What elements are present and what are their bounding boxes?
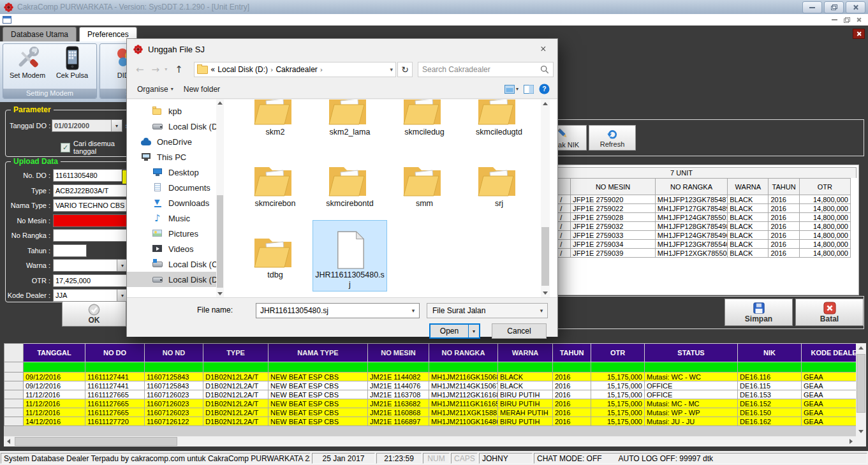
no-mesin-field[interactable] [53,214,128,227]
file-item[interactable]: srj [462,149,536,220]
file-item[interactable]: JHR11611305480.sj [313,220,387,292]
refresh-button[interactable]: Refresh [589,125,636,151]
file-list-scrollbar[interactable] [541,100,550,297]
open-button[interactable]: Open ▾ [429,323,480,339]
sidebar-item[interactable]: Documents [127,180,224,195]
up-arrow-icon[interactable]: ↑ [175,65,183,75]
records-column-header[interactable]: NO DO [85,344,145,362]
row-header-cell[interactable] [4,362,24,373]
sidebar-item[interactable]: OneDrive [127,134,224,149]
row-header-cell[interactable] [4,373,24,381]
unit-table-row[interactable]: / JFP1E 2759020 MH1JFP123GK785487 BLACK … [507,195,851,204]
unit-table-row[interactable]: / JFP1E 2759033 MH1JFP124GK785496 BLACK … [507,231,851,240]
file-item[interactable]: smm [387,149,462,220]
no-rangka-field[interactable] [53,229,128,242]
records-row[interactable]: 11/12/2016 11611127665 11607126023 D1B02… [4,390,857,399]
no-do-field[interactable]: 11611305480 [53,169,128,182]
otr-field[interactable]: 17,425,000 [53,274,128,287]
tab-database-utama[interactable]: Database Utama [3,27,77,41]
records-column-header[interactable]: NIK [738,344,802,362]
unit-table-row[interactable]: / JFP1E 2759039 MH1JFP12XGK785504 BLACK … [507,249,851,258]
sidebar-item[interactable]: Pictures [127,226,224,241]
file-name-combobox[interactable]: JHR11611305480.sj ▾ [256,303,420,318]
records-column-header[interactable]: TAHUN [553,344,591,362]
records-column-header[interactable]: OTR [591,344,645,362]
file-item[interactable]: skmcirebon [238,149,313,220]
breadcrumb-dropdown-icon[interactable]: ▾ [390,66,393,73]
unit-table-row[interactable]: / JFP1E 2759028 MH1JFP124GK785501 BLACK … [507,213,851,222]
records-row[interactable]: 14/12/2016 11611127720 11607126122 D1B02… [4,417,857,426]
forward-arrow-icon[interactable]: → [152,65,160,75]
history-chevron-icon[interactable]: ▾ [165,67,167,72]
tahun-field[interactable] [53,244,87,257]
records-column-header[interactable]: NO ND [145,344,203,362]
row-header-cell[interactable] [4,390,24,399]
records-column-header[interactable]: WARNA [498,344,553,362]
records-column-header[interactable]: TYPE [203,344,268,362]
help-icon[interactable] [539,84,550,94]
preview-pane-icon[interactable] [524,85,534,94]
file-item[interactable]: tdbg [238,220,313,292]
records-column-header[interactable]: NO MESIN [368,344,429,362]
file-item[interactable]: skm2 [238,100,313,149]
file-item[interactable]: skmcirebontd [313,149,387,220]
records-row[interactable]: 11/12/2016 11611127665 11607126023 D1B02… [4,399,857,408]
search-input[interactable] [418,65,540,74]
unit-table-row[interactable]: / JFP1E 2759032 MH1JFP128GK785498 BLACK … [507,222,851,231]
breadcrumb[interactable]: « Local Disk (D:) › Cakradealer › ▾ [194,62,396,77]
sidebar-item[interactable]: This PC [127,149,224,165]
file-item[interactable]: skmciledugtd [462,100,536,149]
back-arrow-icon[interactable]: ← [136,65,144,75]
nama-type-field[interactable]: VARIO TECHNO CBS ISS [53,199,128,212]
records-column-header[interactable]: STATUS [645,344,738,362]
close-button[interactable] [846,1,865,13]
row-header-cell[interactable] [4,417,24,426]
mdi-restore-icon[interactable] [844,17,850,23]
mdi-close-icon[interactable] [857,17,862,22]
breadcrumb-segment[interactable]: Local Disk (D:) [217,65,268,74]
open-split-dropdown[interactable]: ▾ [468,325,479,337]
records-column-header[interactable]: TANGGAL [24,344,85,362]
ok-button[interactable]: OK [62,301,126,327]
records-row[interactable]: 11/12/2016 11611127665 11607126023 D1B02… [4,408,857,417]
cancel-button[interactable]: Cancel [492,323,547,339]
cek-pulsa-button[interactable]: Cek Pulsa [50,46,94,79]
new-folder-button[interactable]: New folder [184,85,220,94]
records-row[interactable] [4,362,857,373]
records-column-header[interactable]: NO RANGKA [429,344,498,362]
tanggal-do-select[interactable]: 01/01/2000 ▾ [52,119,122,132]
sidebar-item[interactable]: kpb [127,103,224,119]
records-horizontal-scrollbar[interactable] [4,436,856,447]
dialog-close-button[interactable] [529,39,557,58]
sidebar-item[interactable]: Videos [127,241,224,256]
file-item[interactable]: skm2_lama [313,100,387,149]
records-vertical-scrollbar[interactable] [856,343,866,436]
unit-table-row[interactable]: / JFP1E 2759022 MH1JFP127GK785489 BLACK … [507,204,851,213]
mdi-minimize-icon[interactable] [832,19,837,20]
simpan-button[interactable]: Simpan [725,299,793,326]
row-header-cell[interactable] [4,381,24,390]
row-header-cell[interactable] [4,399,24,408]
file-item[interactable]: skmciledug [387,100,462,149]
type-field[interactable]: ACB2J22B03A/T [53,184,128,197]
sidebar-item[interactable]: Local Disk (D:) [127,119,224,134]
kode-dealer-select[interactable]: JJA ▾ [53,289,128,302]
search-box[interactable] [418,62,554,77]
search-all-dates-checkbox[interactable] [61,143,70,152]
file-type-select[interactable]: File Surat Jalan ▾ [427,303,548,318]
set-modem-button[interactable]: Set Modem [6,46,49,79]
records-column-header[interactable]: KODE DEALER [802,344,857,362]
records-row[interactable]: 09/12/2016 11611127441 11607125843 D1B02… [4,373,857,381]
sidebar-item[interactable]: Local Disk (D:) [127,272,224,287]
refresh-address-button[interactable]: ↻ [397,62,413,77]
unit-table-row[interactable]: / JFP1E 2759034 MH1JFP123GK785540 BLACK … [507,240,851,249]
breadcrumb-segment[interactable]: Cakradealer [276,65,317,74]
batal-button[interactable]: Batal [795,299,864,326]
tabband-close-button[interactable] [853,29,865,39]
sidebar-item[interactable]: Downloads [127,195,224,210]
sidebar-item[interactable]: Local Disk (C:) [127,256,224,272]
sidebar-item[interactable]: Music [127,210,224,226]
row-header-cell[interactable] [4,408,24,417]
organise-menu[interactable]: Organise▾ [137,85,173,94]
view-mode-button[interactable]: ▾ [504,85,519,94]
